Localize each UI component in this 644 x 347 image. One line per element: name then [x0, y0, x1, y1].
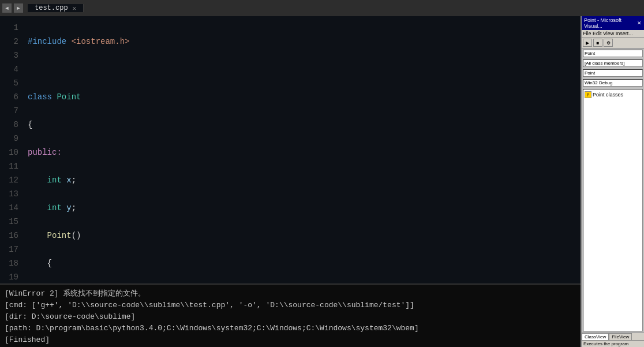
vs-tree-item: P Point classes [585, 91, 641, 99]
vs-tab-fileview[interactable]: FileView [609, 333, 632, 340]
terminal-panel: [WinError 2] 系统找不到指定的文件。 [cmd: ['g++', '… [0, 283, 581, 347]
terminal-line-5: [Finished] [5, 334, 576, 346]
code-line-7: int y; [28, 201, 581, 215]
code-line-6: int x; [28, 173, 581, 187]
code-line-8: Point() [28, 229, 581, 242]
vs-class-tree: P Point classes [583, 89, 643, 331]
code-line-9: { [28, 256, 581, 270]
back-button[interactable]: ◄ [2, 3, 12, 13]
vs-status-bar: Executes the program [582, 340, 644, 347]
class-combo-row: Point [582, 48, 644, 58]
vs-toolbar-btn-1[interactable]: ▶ [583, 39, 592, 47]
file-tab[interactable]: test.cpp ✕ [28, 4, 84, 12]
vs-menu-bar: File Edit View Insert... [582, 30, 644, 38]
vs-panel: Point - Microsoft Visual... ✕ File Edit … [581, 16, 644, 347]
code-line-4: { [28, 118, 581, 132]
title-bar-controls: ◄ ► [2, 3, 23, 13]
vs-toolbar-btn-3[interactable]: ⚙ [604, 39, 613, 47]
vs-title-close[interactable]: ✕ [637, 20, 642, 26]
code-editor[interactable]: #include <iostream.h> class Point { publ… [23, 16, 581, 283]
tab-bar: test.cpp ✕ [28, 4, 642, 12]
line-numbers: 1 2 3 4 5 6 7 8 9 10 11 12 13 14 15 16 1… [0, 16, 23, 283]
code-line-3: class Point [28, 90, 581, 104]
editor-area: 1 2 3 4 5 6 7 8 9 10 11 12 13 14 15 16 1… [0, 16, 581, 347]
terminal-line-4: [path: D:\program\basic\python3.4.0;C:\W… [5, 323, 576, 334]
all-members-combo[interactable]: [All class members] [583, 59, 643, 67]
terminal-line-1: [WinError 2] 系统找不到指定的文件。 [5, 288, 576, 300]
vs-tree-label: Point classes [593, 92, 623, 98]
tab-label: test.cpp [35, 4, 68, 12]
class-name-combo[interactable]: Point [583, 69, 643, 77]
code-line-5: public: [28, 145, 581, 159]
vs-toolbar: ▶ ■ ⚙ [582, 38, 644, 48]
debug-combo[interactable]: Win32 Debug [583, 79, 643, 87]
members-combo-row: [All class members] [582, 58, 644, 68]
main-area: 1 2 3 4 5 6 7 8 9 10 11 12 13 14 15 16 1… [0, 16, 644, 347]
forward-button[interactable]: ► [14, 3, 23, 13]
class-debug-row: Point [582, 68, 644, 78]
tab-close-button[interactable]: ✕ [73, 5, 77, 12]
terminal-line-2: [cmd: ['g++', 'D:\\source-code\\sublime\… [5, 300, 576, 311]
code-line-1: #include <iostream.h> [28, 35, 581, 48]
debug-row: Win32 Debug [582, 78, 644, 88]
vs-title-bar: Point - Microsoft Visual... ✕ [582, 16, 644, 30]
vs-bottom-tabs: ClassView FileView [582, 333, 644, 340]
terminal-line-3: [dir: D:\source-code\sublime] [5, 311, 576, 323]
vs-toolbar-btn-2[interactable]: ■ [593, 39, 602, 47]
vs-status-text: Executes the program [583, 341, 628, 346]
vs-tab-classview[interactable]: ClassView [582, 333, 609, 340]
code-line-2 [28, 62, 581, 76]
title-bar: ◄ ► test.cpp ✕ [0, 0, 644, 16]
class-combo[interactable]: Point [583, 50, 643, 57]
code-container: 1 2 3 4 5 6 7 8 9 10 11 12 13 14 15 16 1… [0, 16, 581, 283]
vs-tree-icon: P [585, 91, 591, 98]
vs-title-text: Point - Microsoft Visual... [584, 17, 637, 29]
